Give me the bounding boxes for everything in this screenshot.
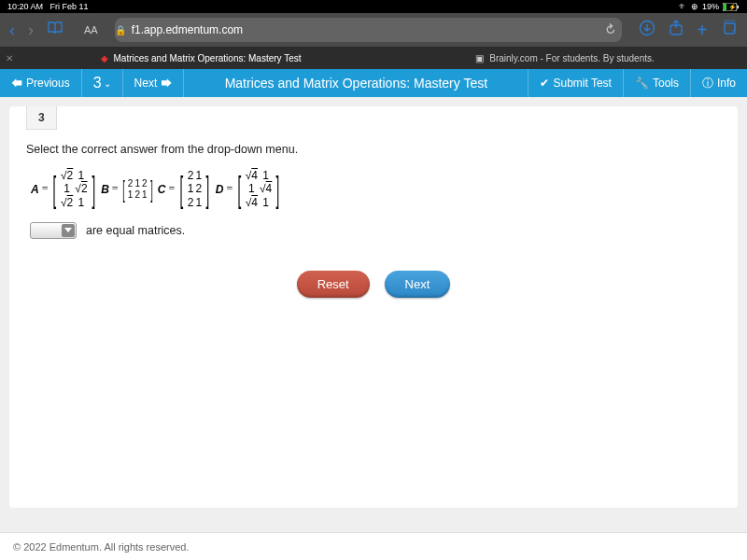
next-button[interactable]: Next 🡆 [123, 69, 185, 97]
matrix-d-label: D [216, 183, 224, 196]
question-badge: 3 [26, 106, 57, 130]
check-icon: ✔ [540, 77, 549, 90]
battery-icon: ⚡ [723, 3, 740, 11]
matrix-a: [ √21√2 1√21 ] [49, 169, 98, 209]
answer-dropdown[interactable] [30, 222, 77, 239]
answer-row: are equal matrices. [30, 222, 721, 239]
status-bar: 10:20 AM Fri Feb 11 ᯤ ⊕ 19% ⚡ [0, 0, 747, 13]
share-icon[interactable] [669, 20, 684, 40]
url-text: f1.app.edmentum.com [132, 23, 243, 36]
info-label: Info [717, 77, 736, 90]
matrix-b: [ 21 12 21 ] [120, 177, 155, 202]
download-icon[interactable] [639, 20, 655, 40]
text-size-button[interactable]: AA [84, 24, 98, 35]
tabs-icon[interactable] [721, 20, 738, 40]
browser-toolbar: ‹ › AA 🔒 f1.app.edmentum.com ↻ + [0, 13, 747, 47]
next-arrow-icon: 🡆 [161, 77, 172, 90]
answer-suffix-text: are equal matrices. [86, 224, 185, 237]
tools-button[interactable]: 🔧 Tools [623, 69, 690, 97]
rotation-lock-icon: ⊕ [691, 2, 698, 11]
status-date: Fri Feb 11 [50, 2, 89, 11]
tools-label: Tools [653, 77, 679, 90]
previous-button[interactable]: 🡄 Previous [0, 69, 82, 97]
close-tab-icon[interactable]: ✕ [6, 53, 13, 63]
battery-percent: 19% [702, 2, 719, 11]
svg-text:⚡: ⚡ [728, 3, 737, 11]
question-card: 3 Select the correct answer from the dro… [9, 106, 738, 508]
url-bar[interactable]: 🔒 f1.app.edmentum.com ↻ [115, 18, 623, 42]
refresh-icon[interactable]: ↻ [601, 21, 620, 39]
button-row: Reset Next [26, 271, 721, 298]
info-button[interactable]: ⓘ Info [690, 69, 747, 97]
previous-label: Previous [26, 77, 70, 90]
previous-arrow-icon: 🡄 [11, 77, 22, 90]
tab-bar: ✕ ◆ Matrices and Matrix Operations: Mast… [0, 47, 747, 69]
page-title: Matrices and Matrix Operations: Mastery … [184, 76, 528, 91]
wrench-icon: 🔧 [635, 77, 649, 90]
submit-label: Submit Test [553, 77, 611, 90]
info-icon: ⓘ [702, 76, 713, 91]
wifi-icon: ᯤ [679, 2, 687, 11]
matrix-c: [ 212 121 ] [176, 169, 213, 209]
chevron-down-icon: ⌄ [104, 78, 111, 89]
status-time: 10:20 AM [7, 2, 43, 11]
lock-icon: 🔒 [115, 25, 126, 35]
bookmarks-icon[interactable] [47, 21, 63, 39]
next-label: Next [134, 77, 158, 90]
tab-brainly[interactable]: ▣ Brainly.com - For students. By student… [383, 47, 747, 69]
next-question-button[interactable]: Next [385, 271, 451, 298]
dropdown-arrow-icon [64, 228, 72, 232]
svg-rect-6 [725, 23, 735, 34]
svg-rect-2 [738, 6, 740, 8]
matrix-d: [ √41√4 1√41 ] [234, 169, 283, 209]
instruction-text: Select the correct answer from the drop-… [26, 143, 721, 156]
tab-favicon-1: ◆ [101, 53, 108, 63]
matrix-a-label: A [31, 183, 39, 196]
tab-edmentum[interactable]: ◆ Matrices and Matrix Operations: Master… [19, 47, 383, 69]
app-toolbar: 🡄 Previous 3 ⌄ Next 🡆 Matrices and Matri… [0, 69, 747, 97]
tab-label-1: Matrices and Matrix Operations: Mastery … [114, 53, 302, 63]
copyright-text: © 2022 Edmentum. All rights reserved. [13, 541, 189, 553]
matrix-b-label: B [101, 183, 109, 196]
question-selector[interactable]: 3 ⌄ [82, 69, 123, 97]
tab-label-2: Brainly.com - For students. By students. [489, 53, 655, 63]
equation-row: A= [ √21√2 1√21 ] B= [ 21 12 21 ] C= [ 2… [30, 169, 721, 209]
matrix-c-label: C [158, 183, 166, 196]
reset-button[interactable]: Reset [297, 271, 370, 298]
submit-test-button[interactable]: ✔ Submit Test [528, 69, 622, 97]
content-area: 3 Select the correct answer from the dro… [0, 97, 747, 541]
back-button[interactable]: ‹ [9, 21, 15, 40]
footer: © 2022 Edmentum. All rights reserved. [0, 532, 747, 560]
new-tab-icon[interactable]: + [697, 20, 708, 41]
forward-button[interactable]: › [28, 21, 34, 40]
question-number-display: 3 [93, 75, 102, 91]
svg-rect-1 [724, 4, 726, 10]
tab-favicon-2: ▣ [475, 53, 484, 63]
